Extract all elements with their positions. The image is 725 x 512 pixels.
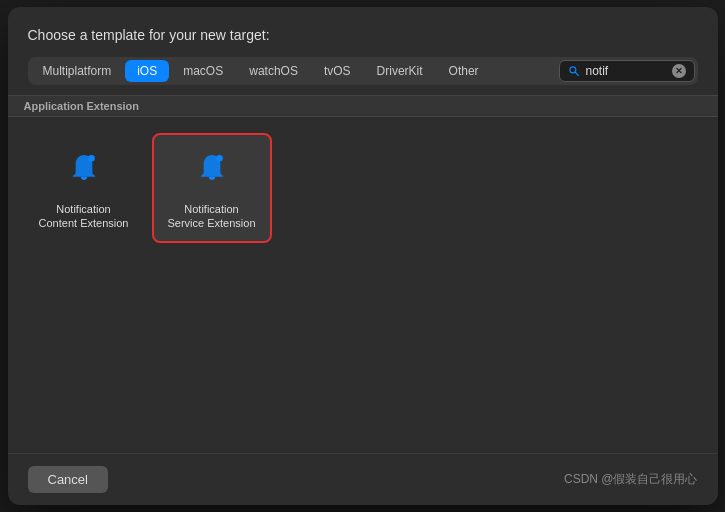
search-input-value: notif (586, 64, 666, 78)
template-grid: NotificationContent Extension Notificati… (24, 133, 702, 243)
tab-bar: Multiplatform iOS macOS watchOS tvOS Dri… (28, 57, 698, 85)
section-header: Application Extension (8, 95, 718, 117)
dialog-header: Choose a template for your new target: M… (8, 7, 718, 85)
template-label-notification-service: NotificationService Extension (167, 202, 255, 231)
template-label-notification-content: NotificationContent Extension (39, 202, 129, 231)
dialog-title: Choose a template for your new target: (28, 27, 698, 43)
search-clear-button[interactable]: ✕ (672, 64, 686, 78)
cancel-button[interactable]: Cancel (28, 466, 108, 493)
tab-multiplatform[interactable]: Multiplatform (31, 60, 124, 82)
content-area: NotificationContent Extension Notificati… (8, 117, 718, 453)
template-icon-notification-content (60, 146, 108, 194)
template-notification-content-extension[interactable]: NotificationContent Extension (24, 133, 144, 243)
tab-watchos[interactable]: watchOS (237, 60, 310, 82)
template-icon-notification-service (188, 146, 236, 194)
footer-watermark: CSDN @假装自己很用心 (564, 471, 698, 488)
search-box[interactable]: notif ✕ (559, 60, 695, 82)
template-notification-service-extension[interactable]: NotificationService Extension (152, 133, 272, 243)
tab-other[interactable]: Other (437, 60, 491, 82)
tab-driverkit[interactable]: DriverKit (365, 60, 435, 82)
dialog-footer: Cancel CSDN @假装自己很用心 (8, 453, 718, 505)
svg-point-3 (216, 155, 223, 162)
svg-point-2 (88, 155, 95, 162)
svg-line-1 (575, 73, 578, 76)
search-icon (568, 65, 580, 77)
tab-macos[interactable]: macOS (171, 60, 235, 82)
tab-ios[interactable]: iOS (125, 60, 169, 82)
tab-tvos[interactable]: tvOS (312, 60, 363, 82)
svg-point-0 (569, 67, 575, 73)
template-dialog: Choose a template for your new target: M… (8, 7, 718, 505)
